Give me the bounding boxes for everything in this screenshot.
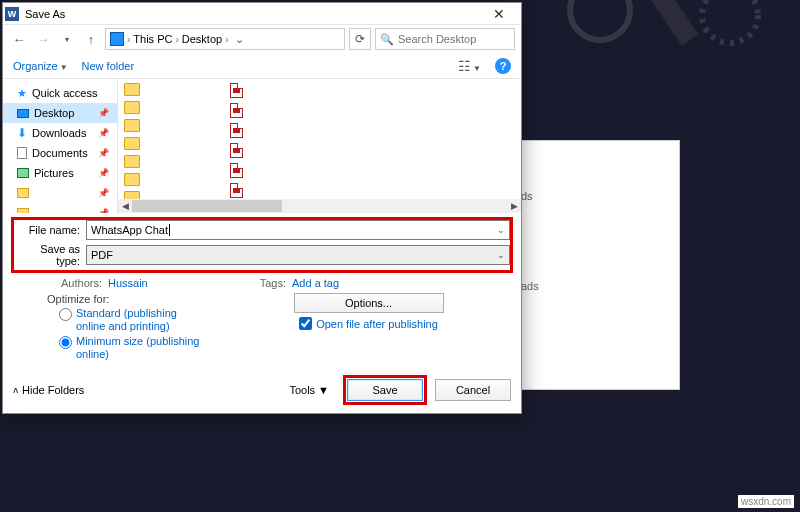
pin-icon: 📌 bbox=[98, 108, 109, 118]
optimize-minimum-radio[interactable]: Minimum size (publishing online) bbox=[47, 335, 206, 361]
open-after-checkbox[interactable]: Open file after publishing bbox=[226, 317, 511, 330]
organize-menu[interactable]: Organize▼ bbox=[13, 60, 68, 72]
pdf-file-icon[interactable] bbox=[230, 143, 243, 158]
optimize-label: Optimize for: bbox=[47, 293, 109, 305]
cancel-button[interactable]: Cancel bbox=[435, 379, 511, 401]
sidebar-item-documents[interactable]: Documents📌 bbox=[3, 143, 117, 163]
chevron-down-icon[interactable]: ⌄ bbox=[497, 225, 505, 235]
background-decoration bbox=[560, 0, 780, 70]
up-button[interactable]: ↑ bbox=[81, 29, 101, 49]
tags-label: Tags: bbox=[260, 277, 286, 289]
pin-icon: 📌 bbox=[98, 128, 109, 138]
refresh-button[interactable]: ⟳ bbox=[349, 28, 371, 50]
svg-point-1 bbox=[702, 0, 758, 43]
breadcrumb[interactable]: › This PC › Desktop › ⌄ bbox=[105, 28, 345, 50]
recent-dropdown[interactable]: ▾ bbox=[57, 29, 77, 49]
chevron-down-icon: ▼ bbox=[60, 63, 68, 72]
titlebar: W Save As ✕ bbox=[3, 3, 521, 25]
save-as-dialog: W Save As ✕ ← → ▾ ↑ › This PC › Desktop … bbox=[2, 2, 522, 414]
search-box[interactable]: 🔍 bbox=[375, 28, 515, 50]
scroll-right-button[interactable]: ▶ bbox=[507, 199, 521, 213]
options-button[interactable]: Options... bbox=[294, 293, 444, 313]
forward-button[interactable]: → bbox=[33, 29, 53, 49]
pdf-file-icon[interactable] bbox=[230, 103, 243, 118]
sidebar-item-label: Downloads bbox=[32, 127, 86, 139]
pin-icon: 📌 bbox=[98, 148, 109, 158]
back-button[interactable]: ← bbox=[9, 29, 29, 49]
sidebar-item-label: Quick access bbox=[32, 87, 97, 99]
file-list[interactable]: ◀ ▶ bbox=[118, 79, 521, 213]
pin-icon: 📌 bbox=[98, 188, 109, 198]
authors-label: Authors: bbox=[61, 277, 102, 289]
pc-icon bbox=[110, 32, 124, 46]
word-app-icon: W bbox=[5, 7, 19, 21]
chevron-down-icon: ▼ bbox=[318, 384, 329, 396]
star-icon: ★ bbox=[17, 87, 27, 100]
close-button[interactable]: ✕ bbox=[479, 6, 519, 22]
optimize-standard-radio[interactable]: Standard (publishing online and printing… bbox=[47, 307, 206, 333]
highlight-save: Save bbox=[343, 375, 427, 405]
chevron-right-icon: › bbox=[127, 34, 130, 45]
sidebar: ★Quick access Desktop📌 ⬇Downloads📌 Docum… bbox=[3, 79, 118, 213]
nav-row: ← → ▾ ↑ › This PC › Desktop › ⌄ ⟳ 🔍 bbox=[3, 25, 521, 53]
scroll-left-button[interactable]: ◀ bbox=[118, 199, 132, 213]
chevron-right-icon: › bbox=[175, 34, 178, 45]
highlight-fields: File name: WhatsApp Chat ⌄ Save as type:… bbox=[13, 219, 511, 271]
horizontal-scrollbar[interactable]: ◀ ▶ bbox=[118, 199, 521, 213]
hide-folders-toggle[interactable]: ʌHide Folders bbox=[13, 384, 84, 396]
watermark: wsxdn.com bbox=[738, 495, 794, 508]
scroll-track[interactable] bbox=[132, 200, 507, 212]
document-icon bbox=[17, 147, 27, 159]
chevron-down-icon[interactable]: ⌄ bbox=[497, 250, 505, 260]
pin-icon: 📌 bbox=[98, 168, 109, 178]
download-icon: ⬇ bbox=[17, 126, 27, 140]
pictures-icon bbox=[17, 168, 29, 178]
save-button[interactable]: Save bbox=[347, 379, 423, 401]
sidebar-item-folder[interactable]: 📌 bbox=[3, 203, 117, 213]
tools-menu[interactable]: Tools▼ bbox=[289, 384, 329, 396]
pdf-file-icon[interactable] bbox=[230, 183, 243, 198]
sidebar-item-label: Desktop bbox=[34, 107, 74, 119]
bottom-panel: File name: WhatsApp Chat ⌄ Save as type:… bbox=[3, 213, 521, 369]
breadcrumb-segment[interactable]: Desktop bbox=[182, 33, 222, 45]
sidebar-item-desktop[interactable]: Desktop📌 bbox=[3, 103, 117, 123]
chevron-down-icon: ▼ bbox=[473, 64, 481, 73]
save-type-label: Save as type: bbox=[14, 243, 86, 267]
pdf-file-icon[interactable] bbox=[230, 163, 243, 178]
folder-icon bbox=[17, 208, 29, 213]
sidebar-item-label: Documents bbox=[32, 147, 88, 159]
sidebar-item-label: Pictures bbox=[34, 167, 74, 179]
dialog-title: Save As bbox=[25, 8, 479, 20]
breadcrumb-segment[interactable]: This PC bbox=[133, 33, 172, 45]
sidebar-item-pictures[interactable]: Pictures📌 bbox=[3, 163, 117, 183]
chevron-up-icon: ʌ bbox=[13, 385, 18, 395]
desktop-icon bbox=[17, 109, 29, 118]
folder-icon bbox=[17, 188, 29, 198]
svg-point-0 bbox=[570, 0, 630, 40]
new-folder-button[interactable]: New folder bbox=[82, 60, 135, 72]
folder-icon[interactable] bbox=[124, 173, 140, 186]
folder-icon[interactable] bbox=[124, 119, 140, 132]
scroll-thumb[interactable] bbox=[132, 200, 282, 212]
pdf-file-icon[interactable] bbox=[230, 123, 243, 138]
view-options-button[interactable]: ☷▼ bbox=[458, 58, 481, 74]
sidebar-item-downloads[interactable]: ⬇Downloads📌 bbox=[3, 123, 117, 143]
save-type-select[interactable]: PDF⌄ bbox=[86, 245, 510, 265]
file-name-label: File name: bbox=[14, 224, 86, 236]
folder-icon[interactable] bbox=[124, 83, 140, 96]
authors-value[interactable]: Hussain bbox=[108, 277, 148, 289]
breadcrumb-dropdown[interactable]: ⌄ bbox=[232, 33, 248, 46]
sidebar-item-folder[interactable]: 📌 bbox=[3, 183, 117, 203]
chevron-right-icon: › bbox=[225, 34, 228, 45]
help-button[interactable]: ? bbox=[495, 58, 511, 74]
tags-value[interactable]: Add a tag bbox=[292, 277, 339, 289]
dialog-footer: ʌHide Folders Tools▼ Save Cancel bbox=[3, 369, 521, 413]
sidebar-item-quick-access[interactable]: ★Quick access bbox=[3, 83, 117, 103]
search-input[interactable] bbox=[398, 33, 510, 45]
folder-icon[interactable] bbox=[124, 155, 140, 168]
search-icon: 🔍 bbox=[380, 33, 394, 46]
pdf-file-icon[interactable] bbox=[230, 83, 243, 98]
file-name-input[interactable]: WhatsApp Chat ⌄ bbox=[86, 220, 510, 240]
folder-icon[interactable] bbox=[124, 137, 140, 150]
folder-icon[interactable] bbox=[124, 101, 140, 114]
